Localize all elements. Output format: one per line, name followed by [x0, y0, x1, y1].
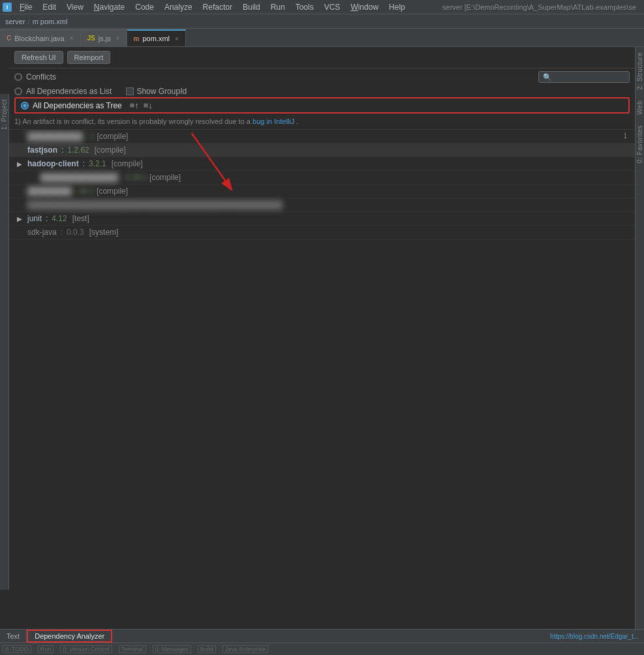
expand-icon-hadoop[interactable]: ▶ — [17, 160, 25, 168]
version-control-tab[interactable]: 0: Version Control — [60, 645, 112, 653]
bottom-status-bar: 6: TODO Run 0: Version Control Terminal … — [0, 643, 644, 655]
menu-build[interactable]: Build — [238, 1, 266, 13]
project-panel-label[interactable]: 1: Project — [0, 94, 8, 135]
dep-scope-child1: [compile] — [149, 173, 181, 182]
expand-icon-junit[interactable]: ▶ — [17, 215, 25, 222]
dep-version-blurred2: : 29.1 — [74, 187, 94, 196]
menu-edit[interactable]: Edit — [37, 1, 61, 13]
tree-sort-icons: ≡↑ ≡↓ — [129, 100, 154, 110]
all-deps-list-radio[interactable] — [14, 87, 22, 95]
dependency-list: 1 ██████████ : 1 [compile] fastjson : 1.… — [9, 130, 635, 629]
file-tabs: C Blockchain.java × JS js.js × m pom.xml… — [0, 29, 644, 47]
dep-version-hadoop: 3.2.1 — [89, 159, 106, 168]
left-side-panel: 1: Project — [0, 94, 9, 590]
show-groupid-checkbox[interactable] — [126, 87, 134, 95]
tab-close-pom[interactable]: × — [175, 35, 179, 42]
tab-label-js: js.js — [99, 35, 111, 42]
js-icon: JS — [87, 35, 95, 42]
info-message: 1) An artifact is in conflict, its versi… — [9, 114, 635, 130]
info-link[interactable]: bug in IntelliJ — [253, 117, 294, 125]
dep-name-junit: junit — [27, 214, 42, 223]
reimport-button[interactable]: Reimport — [67, 51, 111, 64]
run-tab[interactable]: Run — [38, 645, 54, 653]
dep-scope-1: [compile] — [97, 132, 128, 141]
tab-label-pom: pom.xml — [142, 35, 170, 42]
java-icon: C — [7, 35, 11, 42]
tab-blockchain-java[interactable]: C Blockchain.java × — [0, 29, 81, 46]
filter-row-2: All Dependencies as List Show GroupId — [9, 85, 635, 97]
info-text: 1) An artifact is in conflict, its versi… — [14, 117, 253, 125]
show-groupid-label: Show GroupId — [136, 87, 187, 96]
dep-scope-fastjson: [compile] — [95, 145, 126, 155]
bottom-tab-dependency-analyzer[interactable]: Dependency Analyzer — [27, 630, 112, 643]
menu-file[interactable]: File — [14, 1, 37, 13]
tab-js-js[interactable]: JS js.js × — [81, 29, 127, 46]
bottom-bar: Text Dependency Analyzer https://blog.cs… — [0, 629, 644, 655]
breadcrumb-pomxml[interactable]: m pom.xml — [33, 18, 68, 25]
sort-asc-icon[interactable]: ≡↑ — [129, 100, 140, 110]
conflicts-radio[interactable] — [14, 73, 22, 81]
conflicts-radio-row: Conflicts — [14, 72, 56, 82]
terminal-tab[interactable]: Terminal — [119, 645, 146, 653]
show-groupid-row: Show GroupId — [126, 87, 187, 96]
dep-row-blurred3[interactable]: ████████████████████████████████████████… — [9, 198, 635, 212]
menu-navigate[interactable]: Navigate — [89, 1, 130, 13]
todo-tab[interactable]: 6: TODO — [3, 645, 31, 653]
refresh-ui-button[interactable]: Refresh UI — [14, 51, 63, 64]
dep-scope-sdk: [system] — [89, 228, 119, 237]
dep-version-child1: : 2.29.1 — [121, 173, 147, 182]
menu-code[interactable]: Code — [130, 1, 159, 13]
all-deps-tree-label: All Dependencies as Tree — [33, 101, 122, 110]
web-panel-label[interactable]: Web — [636, 95, 644, 120]
dep-name-hadoop: hadoop-client — [27, 159, 79, 168]
structure-panel-label[interactable]: 2: Structure — [636, 47, 644, 95]
breadcrumb-server[interactable]: server — [5, 18, 25, 25]
info-end: . — [296, 117, 298, 125]
server-status: server [E:\DemoRecording\A_SuperMap\ATLa… — [442, 3, 641, 11]
java-enterprise-tab[interactable]: Java Enterprise — [222, 645, 269, 653]
menu-items: File Edit View Navigate Code Analyze Ref… — [14, 1, 410, 13]
conflicts-label: Conflicts — [26, 72, 56, 82]
tab-label-blockchain: Blockchain.java — [14, 35, 64, 42]
dep-row-sdk-java[interactable]: sdk-java : 0.0.3 [system] — [9, 226, 635, 239]
menu-view[interactable]: View — [61, 1, 89, 13]
messages-tab[interactable]: 0: Messages — [153, 645, 191, 653]
menu-analyze[interactable]: Analyze — [159, 1, 198, 13]
dep-name-sdk: sdk-java — [27, 228, 57, 237]
sort-desc-icon[interactable]: ≡↓ — [142, 100, 154, 110]
dep-row-child1[interactable]: ██████████████ : 2.29.1 [compile] — [9, 171, 635, 185]
dep-name-fastjson: fastjson — [27, 145, 57, 155]
menu-vcs[interactable]: VCS — [319, 1, 346, 13]
dep-row-blurred2[interactable]: ████████ : 29.1 [compile] — [9, 185, 635, 198]
menu-window[interactable]: Window — [345, 1, 384, 13]
menu-bar: I File Edit View Navigate Code Analyze R… — [0, 0, 644, 14]
dep-row-junit[interactable]: ▶ junit : 4.12 [test] — [9, 212, 635, 226]
dep-name-1: ██████████ — [27, 132, 83, 141]
menu-tools[interactable]: Tools — [290, 1, 319, 13]
tab-close-blockchain[interactable]: × — [70, 35, 74, 42]
all-deps-tree-radio[interactable] — [21, 102, 29, 110]
favorites-panel-label[interactable]: 0: Favorites — [636, 120, 644, 168]
menu-refactor[interactable]: Refactor — [198, 1, 238, 13]
dep-name-blurred2: ████████ — [27, 187, 72, 196]
build-tab[interactable]: Build — [198, 645, 216, 653]
filter-row-1: Conflicts — [9, 69, 635, 85]
app-logo: I — [3, 3, 12, 12]
bottom-tab-text[interactable]: Text — [0, 630, 27, 643]
dep-version-sdk: 0.0.3 — [67, 228, 84, 237]
bottom-tabs-row: Text Dependency Analyzer https://blog.cs… — [0, 630, 644, 643]
status-url: https://blog.csdn.net/Edgar_t... — [550, 633, 644, 640]
tab-close-js[interactable]: × — [116, 35, 120, 42]
menu-run[interactable]: Run — [266, 1, 290, 13]
all-deps-tree-row: All Dependencies as Tree ≡↑ ≡↓ — [14, 97, 630, 114]
maven-icon: m — [134, 35, 140, 42]
dep-row-fastjson[interactable]: fastjson : 1.2.62 [compile] — [9, 144, 635, 157]
dep-row-hadoop[interactable]: ▶ hadoop-client : 3.2.1 [compile] — [9, 157, 635, 171]
search-input[interactable] — [538, 71, 630, 83]
dep-name-child1: ██████████████ — [40, 173, 118, 182]
dep-row-1[interactable]: ██████████ : 1 [compile] — [9, 130, 635, 144]
dep-scope-hadoop: [compile] — [112, 159, 143, 168]
tab-pom-xml[interactable]: m pom.xml × — [127, 29, 186, 46]
right-side-panel: 2: Structure Web 0: Favorites — [635, 47, 644, 629]
menu-help[interactable]: Help — [384, 1, 410, 13]
